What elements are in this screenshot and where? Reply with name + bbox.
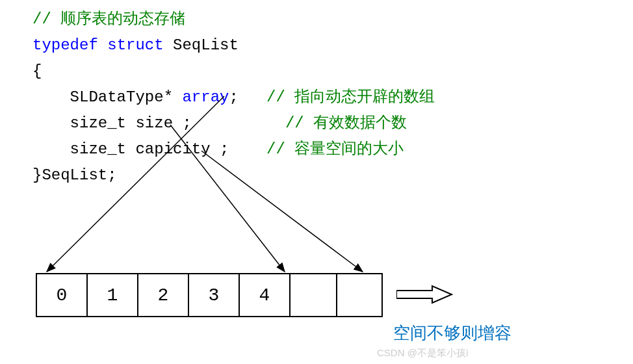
array-cell-2: 2 (137, 273, 188, 317)
array-cell-3: 3 (188, 273, 239, 317)
expand-label: 空间不够则增容 (393, 322, 511, 344)
code-field-size: size_t size ; // 有效数据个数 (32, 110, 633, 136)
code-field-capacity: size_t capicity ; // 容量空间的大小 (32, 136, 633, 162)
array-cell-4: 4 (239, 273, 289, 317)
array-cell-1: 1 (86, 273, 137, 317)
expand-arrow-icon (396, 285, 455, 304)
array-diagram: 0 1 2 3 4 (36, 273, 383, 317)
code-typedef-line: typedef struct SeqList (32, 32, 633, 58)
array-cell-6 (336, 273, 383, 317)
array-cell-0: 0 (36, 273, 86, 317)
watermark-text: CSDN @不是笨小孩i (377, 347, 468, 359)
array-cell-5 (289, 273, 336, 317)
code-brace-open: { (32, 58, 633, 84)
code-brace-close: }SeqList; (32, 162, 633, 188)
code-comment-header: // 顺序表的动态存储 (32, 6, 633, 32)
svg-marker-1 (396, 286, 452, 303)
code-field-array: SLDataType* array; // 指向动态开辟的数组 (32, 84, 633, 110)
